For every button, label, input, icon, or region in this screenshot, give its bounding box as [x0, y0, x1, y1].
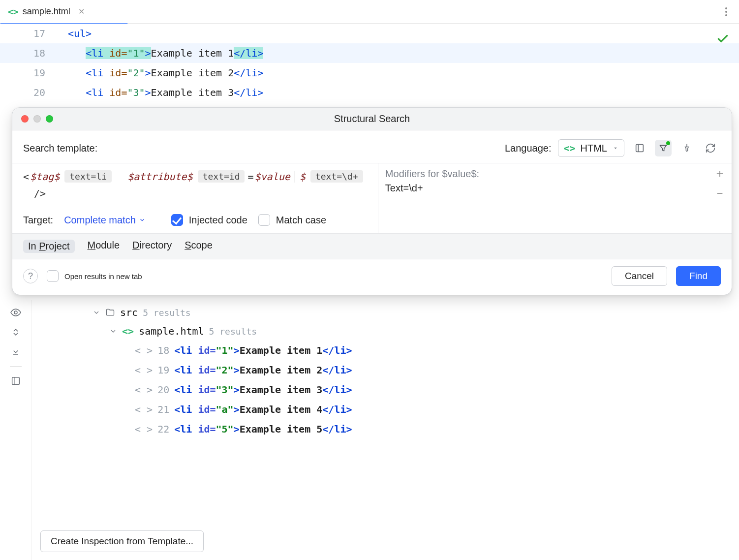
target-dropdown[interactable]: Complete match — [64, 215, 146, 226]
file-tab-label: sample.html — [23, 6, 70, 17]
chevron-down-icon — [612, 145, 619, 152]
code-line[interactable]: 19 <li id="2">Example item 2</li> — [0, 63, 739, 83]
result-line-number: 19 — [157, 364, 169, 376]
match-case-checkbox[interactable]: Match case — [258, 214, 326, 226]
svg-rect-4 — [12, 377, 19, 385]
result-code: <li id="5">Example item 5</li> — [174, 423, 352, 435]
html-file-icon: <> — [8, 6, 19, 17]
checkbox-icon[interactable] — [171, 214, 183, 226]
result-row[interactable]: < >20<li id="3">Example item 3</li> — [31, 380, 739, 400]
chevron-down-icon[interactable] — [109, 327, 117, 335]
close-icon[interactable]: ✕ — [78, 7, 85, 16]
result-line-number: 22 — [157, 423, 169, 435]
result-code: <li id="a">Example item 4</li> — [174, 404, 352, 415]
line-number: 20 — [0, 87, 58, 98]
folder-icon — [105, 308, 115, 317]
scope-scope[interactable]: Scope — [185, 240, 213, 253]
pin-icon[interactable] — [678, 140, 695, 156]
refresh-icon[interactable] — [702, 140, 719, 156]
open-new-tab-checkbox[interactable]: Open results in new tab — [47, 270, 142, 282]
tag-icon: < > — [135, 344, 153, 356]
result-line-number: 21 — [157, 404, 169, 415]
result-code: <li id="1">Example item 1</li> — [174, 344, 352, 356]
code-editor[interactable]: 17 <ul> 18 <li id="1">Example item 1</li… — [0, 24, 739, 103]
html-file-icon: <> — [563, 142, 575, 154]
layout-icon[interactable] — [8, 374, 23, 387]
close-window-icon[interactable] — [21, 115, 29, 123]
minimize-window-icon[interactable] — [33, 115, 41, 123]
chevron-down-icon[interactable] — [92, 309, 100, 316]
dialog-title: Structural Search — [12, 113, 732, 124]
value-chip[interactable]: text=\d+ — [310, 170, 363, 183]
tag-icon: < > — [135, 423, 153, 435]
dialog-titlebar[interactable]: Structural Search — [12, 108, 732, 130]
create-inspection-button[interactable]: Create Inspection from Template... — [40, 530, 204, 552]
modifiers-value[interactable]: Text=\d+ — [385, 183, 725, 194]
filter-icon[interactable] — [655, 140, 672, 156]
preview-icon[interactable] — [8, 306, 23, 319]
remove-modifier-icon[interactable]: － — [713, 187, 727, 199]
file-label: sample.html — [139, 325, 204, 337]
search-results[interactable]: src 5 results <> sample.html 5 results <… — [31, 300, 739, 560]
modifiers-title: Modifiers for $value$: — [385, 168, 725, 180]
result-folder[interactable]: src 5 results — [31, 303, 739, 322]
editor-tabbar: <> sample.html ✕ — [0, 0, 739, 24]
structural-search-dialog: Structural Search Search template: Langu… — [12, 107, 732, 295]
code-line[interactable]: 20 <li id="3">Example item 3</li> — [0, 83, 739, 102]
kebab-menu-icon[interactable] — [717, 7, 735, 16]
window-traffic-lights[interactable] — [21, 115, 53, 123]
tag-icon: < > — [135, 364, 153, 376]
code-text: <ul> — [58, 28, 92, 39]
code-text: <li id="3">Example item 3</li> — [58, 87, 263, 98]
line-number: 18 — [0, 47, 58, 59]
scope-module[interactable]: Module — [88, 240, 120, 253]
search-template-input[interactable]: <$tag$ text=li $attribute$ text=id =$val… — [23, 170, 373, 199]
zoom-window-icon[interactable] — [46, 115, 53, 123]
html-file-icon: <> — [122, 325, 134, 337]
result-code: <li id="3">Example item 3</li> — [174, 384, 352, 396]
checkbox-icon[interactable] — [47, 270, 59, 282]
tag-icon: < > — [135, 384, 153, 396]
language-dropdown[interactable]: <> HTML — [558, 139, 624, 157]
result-row[interactable]: < >21<li id="a">Example item 4</li> — [31, 400, 739, 419]
code-text: <li id="2">Example item 2</li> — [58, 67, 263, 79]
history-icon[interactable] — [631, 140, 648, 156]
add-modifier-icon[interactable]: ＋ — [713, 167, 727, 179]
scope-directory[interactable]: Directory — [132, 240, 172, 253]
line-number: 17 — [0, 28, 58, 39]
checkbox-icon[interactable] — [258, 214, 270, 226]
result-row[interactable]: < >22<li id="5">Example item 5</li> — [31, 419, 739, 439]
cancel-button[interactable]: Cancel — [612, 266, 667, 286]
result-line-number: 20 — [157, 384, 169, 396]
folder-label: src — [120, 307, 138, 318]
find-button[interactable]: Find — [676, 266, 721, 286]
result-row[interactable]: < >18<li id="1">Example item 1</li> — [31, 341, 739, 360]
result-row[interactable]: < >19<li id="2">Example item 2</li> — [31, 360, 739, 380]
toolwindow-toolbar — [0, 300, 31, 560]
attr-chip[interactable]: text=id — [198, 170, 245, 183]
result-code: <li id="2">Example item 2</li> — [174, 364, 352, 376]
svg-point-2 — [14, 311, 17, 314]
target-label: Target: — [23, 215, 53, 226]
result-line-number: 18 — [157, 344, 169, 356]
inspection-ok-icon[interactable] — [716, 32, 729, 45]
collapse-icon[interactable] — [8, 345, 23, 358]
code-text: <li id="1">Example item 1</li> — [58, 47, 263, 59]
scope-in-project[interactable]: In Project — [23, 240, 75, 253]
folder-count: 5 results — [143, 308, 191, 318]
code-line[interactable]: 18 <li id="1">Example item 1</li> — [0, 43, 739, 63]
code-line[interactable]: 17 <ul> — [0, 24, 739, 43]
language-value: HTML — [581, 143, 607, 154]
tag-chip[interactable]: text=li — [64, 170, 112, 183]
search-template-label: Search template: — [23, 143, 97, 154]
line-number: 19 — [0, 67, 58, 79]
injected-code-checkbox[interactable]: Injected code — [171, 214, 247, 226]
svg-rect-0 — [636, 145, 644, 152]
help-icon[interactable]: ? — [23, 269, 38, 283]
file-count: 5 results — [209, 326, 257, 337]
result-file[interactable]: <> sample.html 5 results — [31, 322, 739, 341]
language-label: Language: — [505, 143, 552, 154]
updown-icon[interactable] — [8, 326, 23, 339]
tag-icon: < > — [135, 404, 153, 415]
file-tab[interactable]: <> sample.html ✕ — [0, 0, 92, 23]
